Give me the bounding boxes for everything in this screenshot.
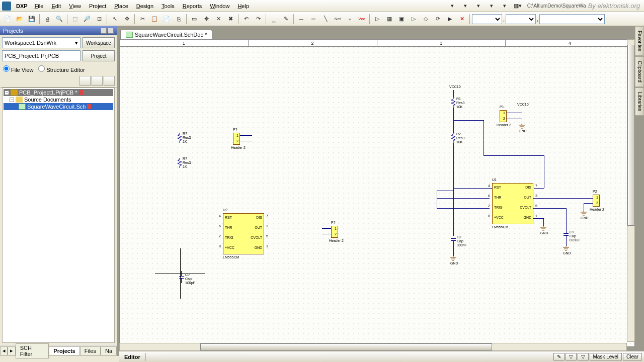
selrect-icon[interactable]: ▭	[189, 14, 200, 25]
power-port-icon[interactable]: Vcc	[356, 14, 367, 25]
open-icon[interactable]: 📂	[14, 14, 25, 25]
combo-3[interactable]	[539, 14, 605, 24]
combo-1[interactable]	[472, 14, 502, 24]
status-masklevel[interactable]: Mask Level	[590, 353, 622, 360]
panel-close-icon[interactable]	[108, 28, 114, 34]
tree-folder[interactable]: − Source Documents	[4, 96, 113, 103]
browse-icon[interactable]: ✎	[280, 14, 291, 25]
copy-icon[interactable]: 📋	[149, 14, 160, 25]
horizontal-scrollbar[interactable]	[119, 343, 627, 351]
menu-project[interactable]: Project	[85, 2, 110, 11]
print-icon[interactable]: 🖨	[42, 14, 53, 25]
fileview-radio[interactable]: File View	[3, 65, 33, 73]
vtab-clipboard[interactable]: Clipboard	[635, 56, 644, 87]
netlabel-icon[interactable]: Net	[332, 14, 343, 25]
zoom-in-icon[interactable]: 🔎	[82, 14, 93, 25]
deselect-icon[interactable]: ✕	[213, 14, 224, 25]
tab-left-icon[interactable]: ◂	[0, 346, 8, 355]
menu-window[interactable]: Window	[206, 2, 233, 11]
hierarchy-icon[interactable]: ⎯	[268, 14, 279, 25]
menu-file[interactable]: File	[31, 2, 48, 11]
project-tree[interactable]: − PCB_Project1.PrjPCB * − Source Documen…	[2, 87, 115, 343]
header-p3[interactable]: P? 1 2 Header 2	[233, 133, 240, 145]
chip-u2[interactable]: U? RSTDIS THROUT TRIGCVOLT +VCCGND 4 6 2…	[223, 213, 264, 254]
save-icon[interactable]: 💾	[26, 14, 37, 25]
header-p1[interactable]: P1 1 2 Header 2	[500, 110, 507, 122]
power-vcc10-b[interactable]: VCC10	[517, 103, 529, 106]
move-sel-icon[interactable]: ✥	[201, 14, 212, 25]
tab-nav[interactable]: Na	[101, 346, 117, 355]
zoom-fit-icon[interactable]: ⊡	[94, 14, 105, 25]
toolbar-dropdown-4[interactable]: ▾	[486, 1, 497, 12]
workspace-button[interactable]: Workspace	[83, 37, 115, 48]
clear-icon[interactable]: ✖	[225, 14, 236, 25]
tab-right-icon[interactable]: ▸	[8, 346, 15, 355]
cap-c3[interactable]: C? Cap 100pF	[179, 276, 184, 279]
new-icon[interactable]: 📄	[2, 14, 13, 25]
tree-document[interactable]: SquareWaveCircuit.Sch	[4, 103, 113, 110]
gnd-c1[interactable]: GND	[562, 246, 570, 253]
vtab-libraries[interactable]: Libraries	[635, 87, 644, 116]
undo-icon[interactable]: ↶	[240, 14, 252, 25]
tab-files[interactable]: Files	[80, 346, 101, 355]
resistor-r2[interactable]: R2 Res3 10K	[451, 133, 455, 144]
select-icon[interactable]: ↖	[109, 14, 120, 25]
dxp-menu[interactable]: DXP	[13, 2, 31, 10]
panel-min-icon[interactable]	[101, 28, 107, 34]
workspace-combo[interactable]: Workspace1.DsnWrk▾	[2, 37, 80, 48]
header-p2[interactable]: P2 1 2 Header 2	[593, 195, 600, 207]
gnd-u1[interactable]: GND	[539, 226, 547, 233]
move-icon[interactable]: ✥	[121, 14, 132, 25]
sheet-icon[interactable]: ▦	[384, 14, 395, 25]
header-p4[interactable]: P? 1 2 Header 2	[331, 226, 338, 238]
cut-icon[interactable]: ✂	[137, 14, 148, 25]
power-vcc10-a[interactable]: VCC10	[449, 85, 461, 88]
zoom-doc-icon[interactable]: ⬚	[69, 14, 80, 25]
gnd-p2[interactable]: GND	[580, 211, 588, 218]
noErc-icon[interactable]: ◇	[420, 14, 431, 25]
status-icon-3[interactable]: ▽	[578, 353, 589, 360]
menu-help[interactable]: Help	[233, 2, 253, 11]
combo-2[interactable]	[506, 14, 536, 24]
menu-view[interactable]: View	[65, 2, 85, 11]
resistor-r1[interactable]: R1 Res3 10K	[451, 98, 455, 109]
resistor-r7b[interactable]: R? Res3 1K	[178, 158, 182, 169]
preview-icon[interactable]: 🔍	[54, 14, 65, 25]
toolbar-dropdown-1[interactable]: ▾	[447, 1, 458, 12]
menu-reports[interactable]: Reports	[179, 2, 206, 11]
chip-u1[interactable]: U1 RSTDIS THROUT TRIGCVOLT +VCCGND 4 6 2…	[492, 183, 533, 224]
resistor-r7a[interactable]: R? Res3 1K	[178, 133, 182, 144]
cancel-icon[interactable]: ✕	[456, 14, 467, 25]
gnd-p1[interactable]: GND	[518, 124, 526, 131]
tab-projects[interactable]: Projects	[49, 346, 79, 355]
grid-dropdown-icon[interactable]: ▦▾	[512, 1, 523, 12]
compile-icon[interactable]: ⟳	[432, 14, 443, 25]
status-clear[interactable]: Clear	[623, 353, 642, 360]
port-icon[interactable]: ▷	[408, 14, 419, 25]
menu-tools[interactable]: Tools	[157, 2, 179, 11]
sheetent-icon[interactable]: ▣	[396, 14, 407, 25]
run-icon[interactable]: ▶	[444, 14, 455, 25]
menu-edit[interactable]: Edit	[47, 2, 65, 11]
wire-icon[interactable]: ─	[296, 14, 307, 25]
project-combo[interactable]: PCB_Project1.PrjPCB	[2, 50, 80, 61]
document-tab[interactable]: SquareWaveCircuit.SchDoc *	[120, 30, 212, 39]
status-icon-2[interactable]: ▽	[566, 353, 577, 360]
vertical-scrollbar[interactable]	[627, 39, 635, 342]
bus-icon[interactable]: ═	[308, 14, 319, 25]
panel-opt3-icon[interactable]	[104, 76, 115, 86]
schematic-canvas[interactable]: 1 2 3 4 R? Res3 1K R? Res3 1K	[119, 39, 635, 347]
vtab-favorites[interactable]: Favorites	[635, 26, 644, 56]
toolbar-dropdown-5[interactable]: ▾	[499, 1, 510, 12]
redo-icon[interactable]: ↷	[253, 14, 264, 25]
structeditor-radio[interactable]: Structure Editor	[38, 65, 85, 73]
toolbar-dropdown-3[interactable]: ▾	[473, 1, 484, 12]
panel-opt1-icon[interactable]	[79, 76, 91, 86]
tree-project-root[interactable]: − PCB_Project1.PrjPCB *	[4, 89, 113, 96]
status-editor-tab[interactable]: Editor	[119, 353, 146, 361]
gnd-port-icon[interactable]: ⏚	[344, 14, 355, 25]
status-icon-1[interactable]: ✎	[553, 353, 565, 360]
part-icon[interactable]: ▷	[372, 14, 383, 25]
busent-icon[interactable]: ╲	[320, 14, 331, 25]
project-button[interactable]: Project	[83, 50, 115, 61]
